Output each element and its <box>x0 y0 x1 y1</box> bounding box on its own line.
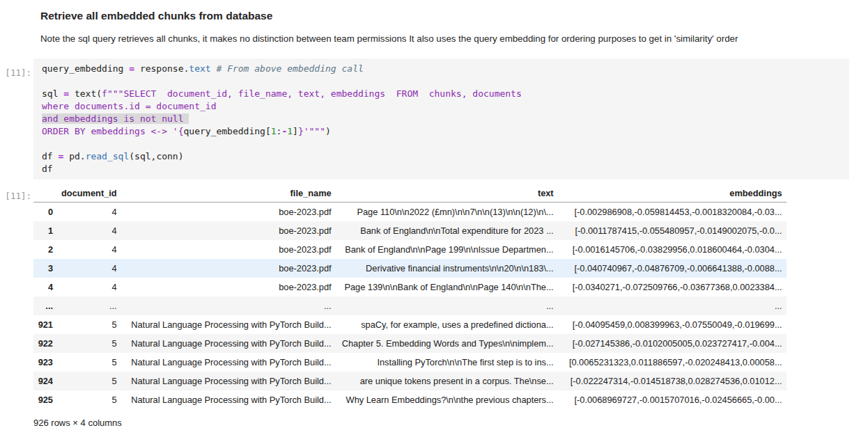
table-cell: 4 <box>57 221 121 240</box>
table-cell: [-0.0068969727,-0.0015707016,-0.02456665… <box>558 390 786 409</box>
table-cell: ... <box>558 296 786 315</box>
table-cell: Natural Language Processing with PyTorch… <box>121 315 336 334</box>
row-index: 923 <box>33 353 57 372</box>
table-cell: Installing PyTorch\n\nThe first step is … <box>336 353 558 372</box>
table-cell: 5 <box>57 372 121 390</box>
table-cell: Natural Language Processing with PyTorch… <box>121 334 336 353</box>
table-row: 9255Natural Language Processing with PyT… <box>33 390 786 409</box>
code-editor[interactable]: query_embedding = response.text # From a… <box>33 58 849 180</box>
code-line: df <box>42 163 849 175</box>
column-header: document_id <box>57 184 121 203</box>
table-cell: Chapter 5. Embedding Words and Types\n\n… <box>336 334 558 353</box>
code-token: text( <box>69 88 102 99</box>
code-token: = <box>63 88 69 99</box>
table-row: 44boe-2023.pdfPage 139\n\nBank of Englan… <box>33 278 786 296</box>
table-row: 9215Natural Language Processing with PyT… <box>33 315 786 334</box>
table-cell: Natural Language Processing with PyTorch… <box>121 372 336 390</box>
code-token: (sql,conn) <box>129 151 183 161</box>
code-token: df <box>42 151 58 161</box>
table-cell: [-0.0340271,-0.072509766,-0.03677368,0.0… <box>558 278 786 296</box>
code-token: text <box>189 63 210 74</box>
table-cell: are unique tokens present in a corpus. T… <box>336 372 558 390</box>
code-token: = <box>129 63 134 74</box>
row-index: 4 <box>33 278 57 296</box>
note-text: Note the sql query retrieves all chunks,… <box>40 33 848 45</box>
code-token: response. <box>134 63 189 74</box>
column-header: file_name <box>121 184 336 203</box>
table-cell: 4 <box>57 203 121 222</box>
page-title: Retrieve all embedded chunks from databa… <box>40 9 848 22</box>
code-token: and embeddings is not null <box>42 113 189 124</box>
table-cell: [-0.04095459,0.008399963,-0.07550049,-0.… <box>558 315 786 334</box>
column-header: embeddings <box>558 184 786 203</box>
table-cell: spaCy, for example, uses a predefined di… <box>336 315 558 334</box>
table-cell: boe-2023.pdf <box>121 221 336 240</box>
table-cell: boe-2023.pdf <box>121 259 336 278</box>
table-cell: Page 110\n\n2022 (£mn)\n\n7\n\n(13)\n\n(… <box>336 203 558 222</box>
markdown-cell: Retrieve all embedded chunks from databa… <box>40 9 848 45</box>
row-index: 3 <box>33 259 57 278</box>
table-cell: 5 <box>57 353 121 372</box>
code-token: ) <box>325 126 331 136</box>
table-row: ............... <box>33 296 786 315</box>
index-column-header <box>33 184 57 203</box>
dataframe-output: document_idfile_nametextembeddings 04boe… <box>33 184 868 428</box>
table-cell: Bank of England\n\nPage 199\n\nIssue Dep… <box>336 240 558 259</box>
code-line: and embeddings is not null <box>42 113 849 125</box>
table-cell: ... <box>121 296 336 315</box>
code-token: query_embedding[ <box>184 126 271 136</box>
code-line <box>42 75 849 88</box>
output-prompt: [11]: <box>0 184 33 201</box>
table-cell: Page 139\n\nBank of England\n\nPage 140\… <box>336 278 558 296</box>
table-cell: ... <box>336 296 558 315</box>
table-cell: 4 <box>57 278 121 296</box>
table-cell: boe-2023.pdf <box>121 278 336 296</box>
table-cell: [-0.002986908,-0.059814453,-0.0018320084… <box>558 203 786 222</box>
table-cell: boe-2023.pdf <box>121 203 336 222</box>
code-token: ] <box>293 126 298 136</box>
row-index: ... <box>33 296 57 315</box>
table-cell: Natural Language Processing with PyTorch… <box>121 390 336 409</box>
table-body: 04boe-2023.pdfPage 110\n\n2022 (£mn)\n\n… <box>33 203 786 410</box>
code-token: query_embedding <box>42 63 129 74</box>
table-row: 9225Natural Language Processing with PyT… <box>33 334 786 353</box>
row-index: 925 <box>33 390 57 409</box>
row-index: 2 <box>33 240 57 259</box>
table-cell: 5 <box>57 390 121 409</box>
table-cell: boe-2023.pdf <box>121 240 336 259</box>
table-cell: Derivative financial instruments\n\n20\n… <box>336 259 558 278</box>
code-token: sql <box>42 88 63 99</box>
table-cell: [-0.027145386,-0.0102005005,0.023727417,… <box>558 334 786 353</box>
dataframe-table: document_idfile_nametextembeddings 04boe… <box>33 184 786 409</box>
table-row: 9235Natural Language Processing with PyT… <box>33 353 786 372</box>
table-row: 24boe-2023.pdfBank of England\n\nPage 19… <box>33 240 786 259</box>
table-cell: [-0.022247314,-0.014518738,0.028274536,0… <box>558 372 786 390</box>
code-token: f"""SELECT document_id, file_name, text,… <box>102 88 522 99</box>
code-line: ORDER BY embeddings <-> '{query_embeddin… <box>42 125 849 138</box>
table-cell: 4 <box>57 259 121 278</box>
code-token: # From above embedding call <box>216 63 363 74</box>
code-token: }'""" <box>298 126 325 136</box>
table-cell: 5 <box>57 315 121 334</box>
table-cell: 5 <box>57 334 121 353</box>
dataframe-shape: 926 rows × 4 columns <box>33 418 868 428</box>
code-token: 1 <box>287 126 293 136</box>
header-row: document_idfile_nametextembeddings <box>33 184 786 203</box>
code-token: where documents.id = document_id <box>42 101 216 111</box>
table-cell: ... <box>57 296 121 315</box>
code-token: read_sql <box>86 151 130 161</box>
input-prompt: [11]: <box>0 58 33 78</box>
table-header: document_idfile_nametextembeddings <box>33 184 786 203</box>
table-cell: Natural Language Processing with PyTorch… <box>121 353 336 372</box>
code-line: df = pd.read_sql(sql,conn) <box>42 150 849 163</box>
table-row: 04boe-2023.pdfPage 110\n\n2022 (£mn)\n\n… <box>33 203 786 222</box>
code-cell[interactable]: [11]: query_embedding = response.text # … <box>0 58 868 180</box>
code-token: pd. <box>63 151 85 161</box>
row-index: 921 <box>33 315 57 334</box>
code-line <box>42 138 849 150</box>
table-row: 14boe-2023.pdfBank of England\n\nTotal e… <box>33 221 786 240</box>
code-token: df <box>42 164 53 174</box>
code-line: sql = text(f"""SELECT document_id, file_… <box>42 88 849 100</box>
table-cell: Why Learn Embeddings?\n\nthe previous ch… <box>336 390 558 409</box>
code-token: ORDER BY embeddings <-> '{ <box>42 126 184 136</box>
